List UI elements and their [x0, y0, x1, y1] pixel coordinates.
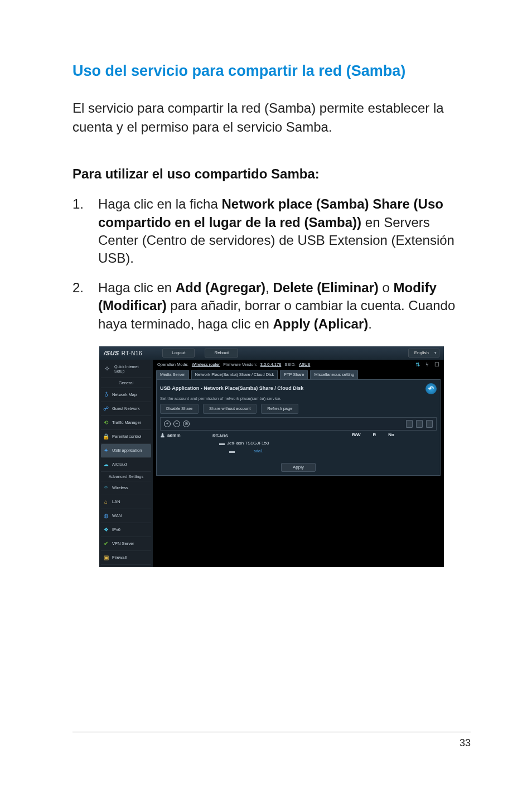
language-select[interactable]: English — [408, 349, 439, 357]
blank-area — [156, 476, 441, 521]
step2-pre: Haga clic en — [98, 280, 176, 295]
sidebar-traffic-manager[interactable]: ⟲Traffic Manager — [101, 416, 151, 430]
usb-icon: ✦ — [102, 447, 110, 455]
logout-button[interactable]: Logout — [162, 349, 195, 357]
panel-subtitle: Set the account and permission of networ… — [160, 397, 437, 401]
doc-delete-button[interactable] — [416, 420, 423, 428]
fw-label: Firmware Version: — [223, 363, 257, 367]
sidebar-usb-application[interactable]: ✦USB application — [101, 444, 151, 458]
sidebar: ✧ Quick Internet Setup General ♁Network … — [99, 360, 153, 567]
delete-account-button[interactable]: − — [173, 421, 180, 427]
status-wifi-icon: ⇅ — [415, 362, 420, 368]
tabs-row: Media Server Network Place(Samba) Share … — [156, 370, 441, 379]
account-user[interactable]: ♟ admin — [160, 433, 205, 438]
step2-b2: Delete (Eliminar) — [273, 280, 378, 295]
topbar: /SUSRT-N16 Logout Reboot English — [99, 346, 444, 360]
status-print-icon: ☐ — [434, 362, 439, 368]
sidebar-aicloud[interactable]: ☁AiCloud — [101, 458, 151, 472]
traffic-icon: ⟲ — [102, 419, 110, 427]
ssid-label: SSID: — [284, 363, 296, 367]
users-icon: ☍ — [102, 405, 110, 413]
ssid-value[interactable]: ASUS — [299, 363, 310, 367]
tab-samba-share[interactable]: Network Place(Samba) Share / Cloud Disk — [191, 370, 278, 379]
sidebar-lan[interactable]: ⌂LAN — [101, 495, 151, 509]
footer-rule — [72, 732, 471, 732]
status-bar: Operation Mode: Wireless router Firmware… — [156, 360, 441, 370]
step-2: Haga clic en Add (Agregar), Delete (Elim… — [72, 279, 471, 333]
disable-share-button[interactable]: Disable Share — [160, 404, 199, 414]
sidebar-wan[interactable]: ◍WAN — [101, 509, 151, 523]
brand-logo: /SUSRT-N16 — [104, 350, 142, 356]
account-toolbar: + − ⊘ — [160, 417, 437, 431]
user-icon: ♟ — [160, 433, 165, 438]
folder-name: JetFlash TS1GJF150 — [227, 441, 269, 446]
lock-icon: 🔒 — [102, 433, 110, 441]
folder-icon: ▬ — [229, 448, 235, 454]
apply-button[interactable]: Apply — [281, 463, 316, 472]
steps-title: Para utilizar el uso compartido Samba: — [72, 166, 471, 182]
section-title: Uso del servicio para compartir la red (… — [72, 61, 471, 81]
doc-modify-button[interactable] — [426, 420, 433, 428]
device-label: RT-N16 — [212, 434, 228, 438]
globe-icon: ◍ — [102, 512, 110, 520]
wand-icon: ✧ — [102, 364, 112, 374]
perm-rw-header: R/W — [352, 433, 361, 437]
perm-r-header: R — [373, 433, 376, 437]
op-mode-label: Operation Mode: — [157, 363, 188, 367]
sidebar-ipv6[interactable]: ❖IPv6 — [101, 523, 151, 537]
sidebar-parental-control[interactable]: 🔒Parental control — [101, 430, 151, 444]
router-screenshot: /SUSRT-N16 Logout Reboot English ✧ Quick… — [99, 346, 444, 567]
page-number: 33 — [460, 737, 471, 749]
add-account-button[interactable]: + — [164, 421, 171, 427]
sidebar-advanced-heading: Advanced Settings — [101, 472, 151, 482]
tab-media-server[interactable]: Media Server — [156, 370, 189, 379]
shield-icon: ▣ — [102, 554, 110, 562]
sidebar-guest-network[interactable]: ☍Guest Network — [101, 402, 151, 416]
sidebar-wireless[interactable]: ⌔Wireless — [101, 481, 151, 495]
step2-post: . — [368, 316, 372, 331]
intro-paragraph: El servicio para compartir la red (Samba… — [72, 99, 471, 136]
step2-m1: , — [265, 280, 273, 295]
sidebar-network-map[interactable]: ♁Network Map — [101, 388, 151, 402]
quick-internet-setup[interactable]: ✧ Quick Internet Setup — [101, 362, 151, 378]
panel-title: USB Application - Network Place(Samba) S… — [160, 386, 303, 391]
step2-m2: o — [379, 280, 394, 295]
panel: USB Application - Network Place(Samba) S… — [156, 379, 441, 476]
ipv6-icon: ❖ — [102, 526, 110, 534]
tab-ftp-share[interactable]: FTP Share — [280, 370, 308, 379]
folder-sub[interactable]: ▬sda1 — [212, 447, 346, 455]
lan-icon: ⌂ — [102, 498, 110, 506]
folder-tree: RT-N16 ▬JetFlash TS1GJF150 ▬sda1 — [210, 433, 346, 455]
doc-add-button[interactable] — [406, 420, 413, 428]
status-usb-icon: ⑂ — [425, 362, 429, 368]
step2-b4: Apply (Aplicar) — [273, 316, 369, 331]
refresh-page-button[interactable]: Refresh page — [261, 404, 298, 414]
cloud-icon: ☁ — [102, 461, 110, 468]
folder-icon: ▬ — [219, 441, 225, 446]
folder-root[interactable]: ▬JetFlash TS1GJF150 — [212, 439, 346, 447]
back-button[interactable]: ↶ — [425, 383, 437, 394]
step-1: Haga clic en la ficha Network place (Sam… — [72, 195, 471, 268]
modify-account-button[interactable]: ⊘ — [183, 421, 190, 427]
content-area: Operation Mode: Wireless router Firmware… — [153, 360, 444, 567]
model-label: RT-N16 — [122, 350, 142, 356]
sidebar-vpn-server[interactable]: ✔VPN Server — [101, 537, 151, 551]
sub-folder-name: sda1 — [237, 449, 263, 453]
share-without-account-button[interactable]: Share without account — [203, 404, 257, 414]
wifi-icon: ⌔ — [102, 484, 110, 492]
sidebar-firewall[interactable]: ▣Firewall — [101, 551, 151, 565]
account-username: admin — [167, 433, 181, 438]
reboot-button[interactable]: Reboot — [205, 349, 238, 357]
perm-no-header: No — [388, 433, 394, 437]
fw-value[interactable]: 3.0.0.4.178 — [260, 363, 282, 367]
steps-list: Haga clic en la ficha Network place (Sam… — [72, 195, 471, 333]
step1-pre: Haga clic en la ficha — [98, 196, 221, 211]
network-icon: ♁ — [102, 391, 110, 399]
folder-device[interactable]: RT-N16 — [212, 433, 346, 439]
op-mode-value[interactable]: Wireless router — [192, 363, 220, 367]
key-icon: ✔ — [102, 540, 110, 548]
sidebar-general-heading: General — [101, 378, 151, 388]
tab-misc[interactable]: Miscellaneous setting — [310, 370, 358, 379]
quick-label: Quick Internet Setup — [114, 365, 139, 373]
step2-b1: Add (Agregar) — [176, 280, 265, 295]
